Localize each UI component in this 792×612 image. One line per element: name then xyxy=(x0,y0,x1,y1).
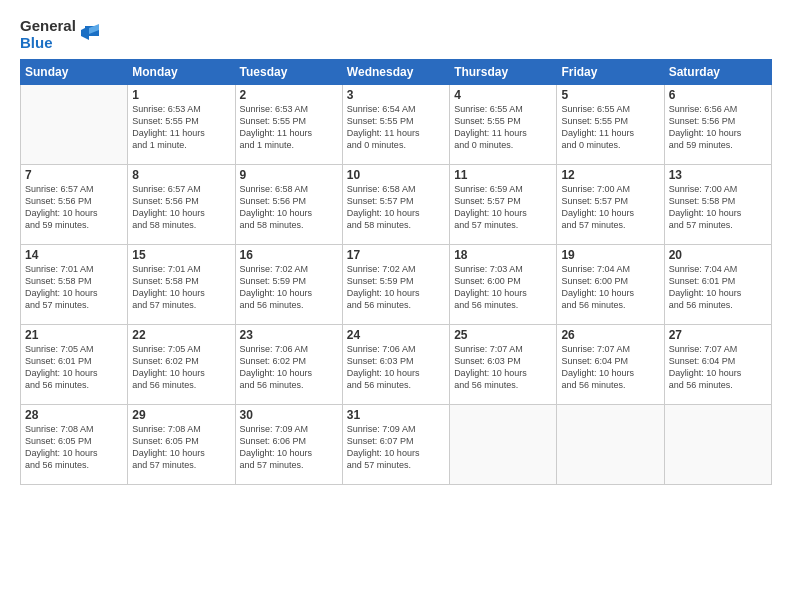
day-info: Sunrise: 7:01 AM Sunset: 5:58 PM Dayligh… xyxy=(132,263,230,312)
day-number: 28 xyxy=(25,408,123,422)
calendar-cell: 18Sunrise: 7:03 AM Sunset: 6:00 PM Dayli… xyxy=(450,245,557,325)
day-number: 15 xyxy=(132,248,230,262)
calendar-cell: 4Sunrise: 6:55 AM Sunset: 5:55 PM Daylig… xyxy=(450,85,557,165)
calendar-cell: 25Sunrise: 7:07 AM Sunset: 6:03 PM Dayli… xyxy=(450,325,557,405)
day-info: Sunrise: 7:08 AM Sunset: 6:05 PM Dayligh… xyxy=(132,423,230,472)
day-number: 26 xyxy=(561,328,659,342)
calendar-week-2: 7Sunrise: 6:57 AM Sunset: 5:56 PM Daylig… xyxy=(21,165,772,245)
day-number: 20 xyxy=(669,248,767,262)
day-info: Sunrise: 7:06 AM Sunset: 6:02 PM Dayligh… xyxy=(240,343,338,392)
day-number: 21 xyxy=(25,328,123,342)
day-info: Sunrise: 7:03 AM Sunset: 6:00 PM Dayligh… xyxy=(454,263,552,312)
calendar-week-4: 21Sunrise: 7:05 AM Sunset: 6:01 PM Dayli… xyxy=(21,325,772,405)
logo: General Blue xyxy=(20,18,101,51)
calendar-cell: 7Sunrise: 6:57 AM Sunset: 5:56 PM Daylig… xyxy=(21,165,128,245)
day-info: Sunrise: 7:00 AM Sunset: 5:57 PM Dayligh… xyxy=(561,183,659,232)
day-number: 16 xyxy=(240,248,338,262)
logo-text-group: General Blue xyxy=(20,18,76,51)
day-number: 23 xyxy=(240,328,338,342)
day-info: Sunrise: 7:05 AM Sunset: 6:01 PM Dayligh… xyxy=(25,343,123,392)
calendar-cell: 6Sunrise: 6:56 AM Sunset: 5:56 PM Daylig… xyxy=(664,85,771,165)
calendar-cell: 8Sunrise: 6:57 AM Sunset: 5:56 PM Daylig… xyxy=(128,165,235,245)
header-monday: Monday xyxy=(128,60,235,85)
calendar-cell: 21Sunrise: 7:05 AM Sunset: 6:01 PM Dayli… xyxy=(21,325,128,405)
day-number: 27 xyxy=(669,328,767,342)
calendar-cell: 31Sunrise: 7:09 AM Sunset: 6:07 PM Dayli… xyxy=(342,405,449,485)
day-number: 31 xyxy=(347,408,445,422)
calendar-cell xyxy=(21,85,128,165)
calendar-cell: 1Sunrise: 6:53 AM Sunset: 5:55 PM Daylig… xyxy=(128,85,235,165)
calendar-cell: 23Sunrise: 7:06 AM Sunset: 6:02 PM Dayli… xyxy=(235,325,342,405)
calendar-cell: 11Sunrise: 6:59 AM Sunset: 5:57 PM Dayli… xyxy=(450,165,557,245)
day-number: 6 xyxy=(669,88,767,102)
calendar-cell: 13Sunrise: 7:00 AM Sunset: 5:58 PM Dayli… xyxy=(664,165,771,245)
calendar-cell: 5Sunrise: 6:55 AM Sunset: 5:55 PM Daylig… xyxy=(557,85,664,165)
day-number: 7 xyxy=(25,168,123,182)
header-tuesday: Tuesday xyxy=(235,60,342,85)
day-info: Sunrise: 7:01 AM Sunset: 5:58 PM Dayligh… xyxy=(25,263,123,312)
day-number: 22 xyxy=(132,328,230,342)
calendar-cell: 29Sunrise: 7:08 AM Sunset: 6:05 PM Dayli… xyxy=(128,405,235,485)
day-info: Sunrise: 7:08 AM Sunset: 6:05 PM Dayligh… xyxy=(25,423,123,472)
logo-general: General xyxy=(20,18,76,35)
day-number: 17 xyxy=(347,248,445,262)
day-info: Sunrise: 6:58 AM Sunset: 5:57 PM Dayligh… xyxy=(347,183,445,232)
calendar-week-3: 14Sunrise: 7:01 AM Sunset: 5:58 PM Dayli… xyxy=(21,245,772,325)
calendar-week-5: 28Sunrise: 7:08 AM Sunset: 6:05 PM Dayli… xyxy=(21,405,772,485)
day-number: 25 xyxy=(454,328,552,342)
day-info: Sunrise: 7:02 AM Sunset: 5:59 PM Dayligh… xyxy=(240,263,338,312)
day-info: Sunrise: 7:04 AM Sunset: 6:00 PM Dayligh… xyxy=(561,263,659,312)
calendar-cell: 27Sunrise: 7:07 AM Sunset: 6:04 PM Dayli… xyxy=(664,325,771,405)
day-info: Sunrise: 6:58 AM Sunset: 5:56 PM Dayligh… xyxy=(240,183,338,232)
day-number: 14 xyxy=(25,248,123,262)
page: General Blue Sunday Monday Tuesday Wedne… xyxy=(0,0,792,612)
day-info: Sunrise: 7:09 AM Sunset: 6:07 PM Dayligh… xyxy=(347,423,445,472)
day-info: Sunrise: 6:57 AM Sunset: 5:56 PM Dayligh… xyxy=(25,183,123,232)
day-number: 9 xyxy=(240,168,338,182)
day-info: Sunrise: 7:07 AM Sunset: 6:03 PM Dayligh… xyxy=(454,343,552,392)
day-info: Sunrise: 6:57 AM Sunset: 5:56 PM Dayligh… xyxy=(132,183,230,232)
day-number: 4 xyxy=(454,88,552,102)
calendar-cell: 20Sunrise: 7:04 AM Sunset: 6:01 PM Dayli… xyxy=(664,245,771,325)
logo-icon xyxy=(79,22,101,44)
day-info: Sunrise: 7:07 AM Sunset: 6:04 PM Dayligh… xyxy=(669,343,767,392)
weekday-header-row: Sunday Monday Tuesday Wednesday Thursday… xyxy=(21,60,772,85)
calendar-cell xyxy=(450,405,557,485)
calendar-cell: 15Sunrise: 7:01 AM Sunset: 5:58 PM Dayli… xyxy=(128,245,235,325)
day-info: Sunrise: 6:53 AM Sunset: 5:55 PM Dayligh… xyxy=(240,103,338,152)
day-number: 18 xyxy=(454,248,552,262)
header-friday: Friday xyxy=(557,60,664,85)
day-number: 8 xyxy=(132,168,230,182)
day-info: Sunrise: 6:53 AM Sunset: 5:55 PM Dayligh… xyxy=(132,103,230,152)
calendar-cell: 12Sunrise: 7:00 AM Sunset: 5:57 PM Dayli… xyxy=(557,165,664,245)
day-number: 1 xyxy=(132,88,230,102)
day-number: 12 xyxy=(561,168,659,182)
calendar-cell: 19Sunrise: 7:04 AM Sunset: 6:00 PM Dayli… xyxy=(557,245,664,325)
calendar-cell: 9Sunrise: 6:58 AM Sunset: 5:56 PM Daylig… xyxy=(235,165,342,245)
day-info: Sunrise: 7:04 AM Sunset: 6:01 PM Dayligh… xyxy=(669,263,767,312)
header-saturday: Saturday xyxy=(664,60,771,85)
header: General Blue xyxy=(20,18,772,51)
day-info: Sunrise: 7:07 AM Sunset: 6:04 PM Dayligh… xyxy=(561,343,659,392)
day-info: Sunrise: 7:06 AM Sunset: 6:03 PM Dayligh… xyxy=(347,343,445,392)
day-number: 10 xyxy=(347,168,445,182)
day-number: 2 xyxy=(240,88,338,102)
svg-marker-1 xyxy=(81,26,89,40)
day-number: 30 xyxy=(240,408,338,422)
day-info: Sunrise: 6:55 AM Sunset: 5:55 PM Dayligh… xyxy=(561,103,659,152)
day-info: Sunrise: 6:56 AM Sunset: 5:56 PM Dayligh… xyxy=(669,103,767,152)
calendar-cell: 22Sunrise: 7:05 AM Sunset: 6:02 PM Dayli… xyxy=(128,325,235,405)
calendar-cell: 16Sunrise: 7:02 AM Sunset: 5:59 PM Dayli… xyxy=(235,245,342,325)
day-info: Sunrise: 7:00 AM Sunset: 5:58 PM Dayligh… xyxy=(669,183,767,232)
header-thursday: Thursday xyxy=(450,60,557,85)
day-number: 13 xyxy=(669,168,767,182)
calendar-cell: 17Sunrise: 7:02 AM Sunset: 5:59 PM Dayli… xyxy=(342,245,449,325)
calendar-cell: 2Sunrise: 6:53 AM Sunset: 5:55 PM Daylig… xyxy=(235,85,342,165)
calendar-cell: 10Sunrise: 6:58 AM Sunset: 5:57 PM Dayli… xyxy=(342,165,449,245)
header-wednesday: Wednesday xyxy=(342,60,449,85)
day-number: 11 xyxy=(454,168,552,182)
calendar-cell xyxy=(557,405,664,485)
day-info: Sunrise: 7:02 AM Sunset: 5:59 PM Dayligh… xyxy=(347,263,445,312)
calendar-cell xyxy=(664,405,771,485)
day-number: 5 xyxy=(561,88,659,102)
